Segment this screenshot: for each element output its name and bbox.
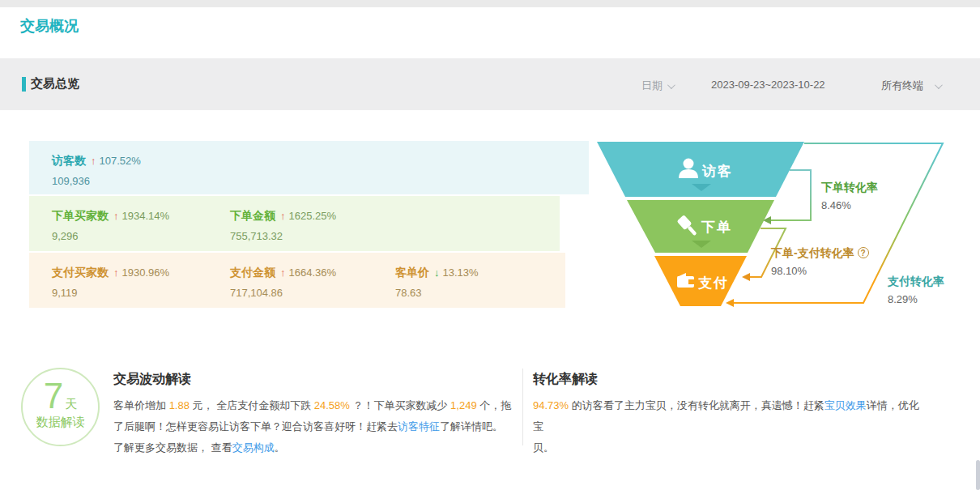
insight-title: 转化率解读	[533, 371, 920, 388]
conversion-label-text: 下单-支付转化率	[771, 246, 854, 259]
metric-percent: 1664.36%	[289, 266, 337, 279]
metric-percent: 13.13%	[443, 266, 479, 279]
highlight-value: 1.88	[169, 399, 190, 411]
insight-badge-days: 7天	[23, 376, 98, 416]
highlight-value: 1,249	[450, 399, 477, 411]
insight-paragraph: 了解更多交易数据， 查看交易构成。	[113, 437, 512, 458]
conversion-pay-rate: 支付转化率 8.29%	[888, 275, 944, 305]
metric-order-amount[interactable]: 下单金额↑1625.25% 755,713.32	[230, 209, 336, 242]
section-bar: 交易总览 日期 2023-09-23~2023-10-22 所有终端	[0, 58, 980, 110]
metric-atv[interactable]: 客单价↓13.13% 78.63	[395, 266, 479, 299]
arrow-left-icon	[742, 273, 750, 281]
transaction-composition-link[interactable]: 交易构成	[232, 441, 275, 454]
conversion-label: 下单转化率	[821, 181, 878, 195]
funnel-stage-label: 下单	[701, 219, 732, 235]
conversion-order-rate: 下单转化率 8.46%	[821, 181, 878, 211]
help-icon[interactable]: ?	[858, 247, 869, 258]
terminal-select-text: 所有终端	[881, 79, 923, 92]
metric-label: 访客数	[52, 154, 86, 167]
page-title: 交易概况	[20, 16, 79, 36]
date-range-value[interactable]: 2023-09-23~2023-10-22	[711, 79, 825, 91]
metric-visitors[interactable]: 访客数↑107.52% 109,936	[52, 154, 141, 187]
metric-order-buyers[interactable]: 下单买家数↑1934.14% 9,296	[52, 209, 169, 242]
metric-label: 支付买家数	[52, 266, 109, 279]
conversion-value: 8.46%	[821, 199, 878, 211]
vertical-divider	[522, 369, 523, 445]
insight-paragraph: 94.73% 的访客看了主力宝贝，没有转化就离开，真遗憾！赶紧宝贝效果详情，优化…	[533, 395, 920, 458]
insight-transaction: 交易波动解读 客单价增加 1.88 元， 全店支付金额却下跌 24.58% ？！…	[113, 371, 512, 458]
text: ？！下单买家数减少	[350, 399, 450, 411]
conversion-value: 8.29%	[888, 293, 944, 305]
conversion-label: 支付转化率	[888, 275, 944, 289]
conversion-value: 98.10%	[771, 265, 869, 277]
trend-up-icon: ↑	[91, 155, 96, 167]
metric-label: 客单价	[395, 266, 429, 279]
trend-up-icon: ↑	[113, 266, 119, 279]
badge-number: 7	[44, 376, 63, 415]
badge-unit: 天	[65, 397, 77, 411]
funnel-stage-label: 支付	[697, 275, 729, 291]
window-top-strip	[0, 0, 980, 7]
metric-label: 下单金额	[230, 209, 275, 222]
metric-percent: 1930.96%	[122, 266, 170, 279]
terminal-select[interactable]: 所有终端	[881, 79, 940, 93]
metric-pay-buyers[interactable]: 支付买家数↑1930.96% 9,119	[52, 266, 169, 299]
text: 了解更多交易数据， 查看	[113, 441, 232, 454]
metric-label: 下单买家数	[52, 209, 109, 222]
date-filter-label[interactable]: 日期	[641, 79, 673, 93]
highlight-value: 24.58%	[314, 399, 350, 411]
trend-down-icon: ↓	[434, 266, 440, 279]
chevron-down-icon	[935, 81, 943, 89]
metrics-row-order: 下单买家数↑1934.14% 9,296 下单金额↑1625.25% 755,7…	[29, 196, 560, 251]
metric-value: 755,713.32	[230, 230, 336, 242]
metric-value: 9,119	[52, 287, 169, 299]
insight-conversion: 转化率解读 94.73% 的访客看了主力宝贝，没有转化就离开，真遗憾！赶紧宝贝效…	[533, 371, 920, 458]
metric-label: 支付金额	[230, 266, 275, 279]
trend-up-icon: ↑	[280, 210, 286, 222]
metric-value: 78.63	[395, 287, 479, 299]
metric-percent: 1625.25%	[289, 210, 337, 222]
metric-value: 717,104.86	[230, 287, 336, 299]
metrics-row-visitor: 访客数↑107.52% 109,936	[29, 141, 589, 194]
conversion-order-pay-rate: 下单-支付转化率? 98.10%	[771, 246, 869, 277]
text: 个，拖	[477, 399, 512, 411]
metric-pay-amount[interactable]: 支付金额↑1664.36% 717,104.86	[230, 266, 336, 299]
badge-caption: 数据解读	[23, 415, 98, 430]
date-filter-text: 日期	[641, 79, 663, 92]
trend-up-icon: ↑	[113, 210, 119, 222]
text: 元， 全店支付金额却下跌	[190, 399, 314, 411]
arrow-left-icon	[726, 299, 734, 307]
chevron-down-icon	[667, 81, 675, 89]
insight-paragraph: 客单价增加 1.88 元， 全店支付金额却下跌 24.58% ？！下单买家数减少…	[113, 395, 512, 437]
metric-value: 9,296	[52, 230, 169, 242]
text: 。	[275, 441, 285, 454]
metric-percent: 1934.14%	[122, 210, 170, 222]
metric-percent: 107.52%	[100, 155, 141, 167]
visitor-profile-link[interactable]: 访客特征	[398, 420, 440, 432]
text: 了后腿啊！怎样更容易让访客下单？迎合访客喜好呀！赶紧去	[113, 420, 398, 432]
scrollbar[interactable]	[976, 460, 980, 490]
insight-badge: 7天 数据解读	[21, 368, 100, 446]
insight-title: 交易波动解读	[113, 371, 512, 388]
section-title-accent	[22, 77, 26, 92]
trend-up-icon: ↑	[280, 266, 286, 279]
conversion-label: 下单-支付转化率?	[771, 246, 869, 261]
funnel-stage-label: 访客	[701, 164, 733, 179]
text: 贝。	[533, 441, 554, 454]
text: 的访客看了主力宝贝，没有转化就离开，真遗憾！赶紧	[569, 399, 824, 411]
item-effect-link[interactable]: 宝贝效果	[824, 399, 867, 411]
text: 客单价增加	[113, 399, 169, 411]
text: 了解详情吧。	[440, 420, 503, 432]
metrics-row-pay: 支付买家数↑1930.96% 9,119 支付金额↑1664.36% 717,1…	[29, 253, 565, 308]
highlight-value: 94.73%	[533, 399, 569, 411]
section-title: 交易总览	[31, 76, 79, 92]
metric-value: 109,936	[52, 175, 141, 187]
